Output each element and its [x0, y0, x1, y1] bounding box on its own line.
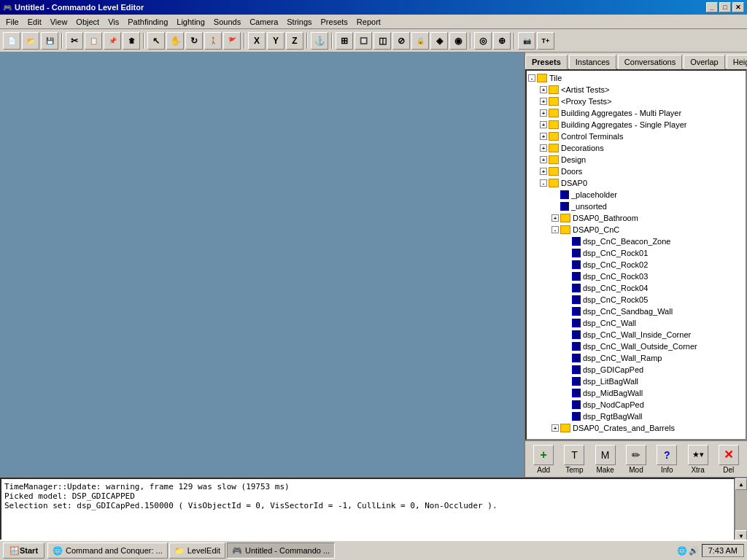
toolbar-btn-5[interactable]: 📋 [85, 32, 102, 50]
panel-btn-info[interactable]: ?Info [654, 445, 680, 474]
tree-node-rock03[interactable]: dsp_CnC_Rock03 [528, 271, 744, 282]
tree-node-dsapo-bathroom[interactable]: +DSAP0_Bathroom [528, 212, 744, 224]
toolbar-btn-6[interactable]: 📌 [104, 32, 121, 50]
tree-expand-decorations[interactable]: + [540, 144, 547, 152]
tree-expand-design[interactable]: + [540, 156, 547, 163]
start-button[interactable]: 🪟 Start [3, 542, 44, 559]
toolbar-btn-24[interactable]: ⊘ [392, 32, 410, 50]
toolbar-btn-17[interactable]: Z [286, 32, 303, 50]
panel-btn-make[interactable]: MMake [592, 445, 619, 474]
minimize-button[interactable]: _ [706, 2, 718, 12]
panel-btn-del[interactable]: ✕Del [716, 445, 742, 474]
tree-node-proxy-tests[interactable]: +<Proxy Tests> [528, 96, 744, 107]
tree-node-rock04[interactable]: dsp_CnC_Rock04 [528, 282, 744, 294]
tree-node-mid-bag-wall[interactable]: dsp_MidBagWall [528, 387, 744, 399]
menu-strings[interactable]: Strings [282, 16, 316, 28]
tree-node-nod-cap-ped[interactable]: dsp_NodCapPed [528, 399, 744, 411]
tree-node-lit-bag-wall[interactable]: dsp_LitBagWall [528, 376, 744, 387]
menu-object[interactable]: Object [71, 16, 104, 28]
toolbar-btn-2[interactable]: 💾 [41, 32, 58, 50]
tree-node-decorations[interactable]: +Decorations [528, 142, 744, 154]
panel-btn-xtra[interactable]: ★▾Xtra [685, 445, 711, 474]
tree-node-design[interactable]: +Design [528, 154, 744, 166]
tree-node-beacon-zone[interactable]: dsp_CnC_Beacon_Zone [528, 236, 744, 247]
toolbar-btn-12[interactable]: 🚶 [204, 32, 222, 50]
toolbar-btn-9[interactable]: ↖ [147, 32, 165, 50]
panel-btn-mod[interactable]: ✏Mod [623, 445, 649, 474]
tree-expand-control-terminals[interactable]: + [540, 133, 547, 140]
tree-node-gdi-cap-ped[interactable]: dsp_GDICapPed [528, 364, 744, 376]
tree-node-dsapo-cnc[interactable]: -DSAP0_CnC [528, 224, 744, 236]
toolbar-btn-23[interactable]: ◫ [374, 32, 391, 50]
tree-node-building-multi[interactable]: +Building Aggregates - Multi Player [528, 107, 744, 119]
tree-node-sandbag-wall[interactable]: dsp_CnC_Sandbag_Wall [528, 306, 744, 317]
tab-conversations[interactable]: Conversations [618, 55, 682, 69]
tree-node-rock01[interactable]: dsp_CnC_Rock01 [528, 247, 744, 259]
tab-heightfield[interactable]: Heightfield [727, 55, 747, 69]
menu-file[interactable]: File [1, 16, 23, 28]
tree-node-unsorted[interactable]: _unsorted [528, 201, 744, 212]
menu-view[interactable]: View [46, 16, 72, 28]
toolbar-btn-7[interactable]: 🗑 [123, 32, 140, 50]
toolbar-btn-25[interactable]: 🔒 [411, 32, 429, 50]
tree-expand-dsapo-bathroom[interactable]: + [551, 214, 559, 222]
toolbar-btn-10[interactable]: ✋ [166, 32, 184, 50]
tree-expand-tile[interactable]: - [528, 74, 535, 82]
tree-node-doors[interactable]: +Doors [528, 166, 744, 177]
toolbar-btn-22[interactable]: 🔲 [355, 32, 372, 50]
menu-edit[interactable]: Edit [23, 16, 46, 28]
tree-node-wall-ramp[interactable]: dsp_CnC_Wall_Ramp [528, 352, 744, 364]
menu-vis[interactable]: Vis [104, 16, 123, 28]
tree-view[interactable]: -Tile+<Artist Tests>+<Proxy Tests>+Build… [525, 69, 747, 440]
toolbar-btn-0[interactable]: 📄 [3, 32, 20, 50]
toolbar-btn-1[interactable]: 📂 [22, 32, 39, 50]
tree-node-rock05[interactable]: dsp_CnC_Rock05 [528, 294, 744, 306]
menu-presets[interactable]: Presets [317, 16, 352, 28]
tree-expand-building-single[interactable]: + [540, 121, 547, 128]
tree-expand-dsapo-cnc[interactable]: - [551, 226, 559, 233]
tree-node-building-single[interactable]: +Building Aggregates - Single Player [528, 119, 744, 131]
taskbar-btn-ie[interactable]: 🌐 Command and Conquer: ... [47, 542, 168, 559]
toolbar-btn-21[interactable]: ⊞ [336, 32, 353, 50]
tree-node-wall-outside[interactable]: dsp_CnC_Wall_Outside_Corner [528, 341, 744, 352]
toolbar-btn-33[interactable]: T+ [537, 32, 554, 50]
toolbar-btn-4[interactable]: ✂ [66, 32, 83, 50]
tree-node-rock02[interactable]: dsp_CnC_Rock02 [528, 259, 744, 271]
toolbar-btn-27[interactable]: ◉ [449, 32, 467, 50]
tree-node-placeholder[interactable]: _placeholder [528, 189, 744, 201]
toolbar-btn-26[interactable]: ◈ [430, 32, 448, 50]
toolbar-btn-29[interactable]: ◎ [474, 32, 492, 50]
tree-expand-building-multi[interactable]: + [540, 109, 547, 117]
tree-expand-dsapo[interactable]: - [540, 179, 547, 187]
tree-node-wall-inside[interactable]: dsp_CnC_Wall_Inside_Corner [528, 329, 744, 341]
tab-presets[interactable]: Presets [525, 55, 568, 69]
menu-sounds[interactable]: Sounds [209, 16, 245, 28]
toolbar-btn-16[interactable]: Y [267, 32, 285, 50]
close-button[interactable]: ✕ [732, 2, 744, 12]
toolbar-btn-30[interactable]: ⊕ [493, 32, 511, 50]
tree-expand-artist-tests[interactable]: + [540, 86, 547, 93]
toolbar-btn-15[interactable]: X [248, 32, 266, 50]
menu-camera[interactable]: Camera [245, 16, 282, 28]
tree-expand-doors[interactable]: + [540, 168, 547, 175]
panel-btn-temp[interactable]: TTemp [561, 445, 587, 474]
toolbar-btn-13[interactable]: 🚩 [223, 32, 241, 50]
tree-node-dsapo[interactable]: -DSAP0 [528, 177, 744, 189]
taskbar-btn-level-edit[interactable]: 📁 LevelEdit [169, 542, 225, 559]
panel-btn-add[interactable]: +Add [530, 445, 557, 474]
menu-report[interactable]: Report [352, 16, 385, 28]
viewport[interactable] [0, 52, 524, 477]
log-area[interactable]: TimeManager::Update: warning, frame 129 … [0, 478, 735, 542]
menu-pathfinding[interactable]: Pathfinding [123, 16, 172, 28]
toolbar-btn-11[interactable]: ↻ [185, 32, 203, 50]
tree-node-wall[interactable]: dsp_CnC_Wall [528, 317, 744, 329]
tree-node-rgt-bag-wall[interactable]: dsp_RgtBagWall [528, 411, 744, 422]
toolbar-btn-19[interactable]: ⚓ [311, 32, 328, 50]
maximize-button[interactable]: □ [719, 2, 731, 12]
tree-node-artist-tests[interactable]: +<Artist Tests> [528, 84, 744, 96]
tree-node-dsapo-crates[interactable]: +DSAP0_Crates_and_Barrels [528, 422, 744, 434]
menu-lighting[interactable]: Lighting [172, 16, 209, 28]
tree-expand-proxy-tests[interactable]: + [540, 98, 547, 105]
tab-overlap[interactable]: Overlap [684, 55, 725, 69]
tree-expand-dsapo-crates[interactable]: + [551, 424, 559, 432]
